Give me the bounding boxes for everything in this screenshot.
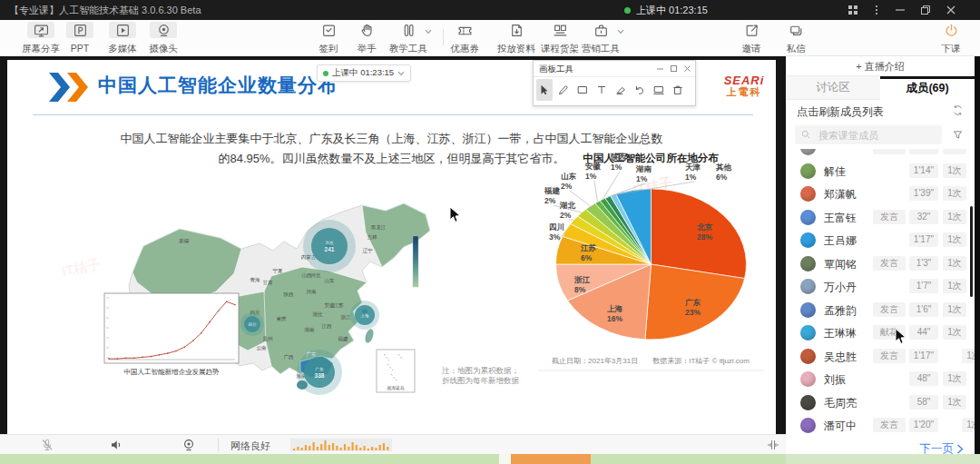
class-status-pill[interactable]: 上课中 01:23:15	[317, 64, 411, 82]
trend-inset-chart	[104, 293, 239, 363]
member-count-badge: 1次	[943, 232, 966, 247]
next-page-button[interactable]: 下一页	[920, 441, 965, 454]
toolbar-item-marketing[interactable]: 营销工具	[575, 22, 626, 54]
member-count-badge: 1次	[943, 210, 966, 224]
taskbar-segment	[786, 454, 980, 464]
toolbar-item-camera[interactable]: 摄像头	[138, 22, 189, 54]
close-button[interactable]	[940, 0, 962, 20]
member-count-badge: 1次	[943, 371, 966, 386]
speaker-icon[interactable]	[109, 438, 123, 452]
member-time-badge: 1'7"	[909, 279, 938, 293]
avatar	[800, 349, 816, 364]
member-name: 郑潇帆	[824, 187, 857, 202]
member-time-badge: 1'39"	[909, 186, 938, 201]
member-row[interactable]: 吴忠胜发言1'17"1次	[786, 345, 975, 368]
member-count-badge: 1次	[943, 302, 966, 317]
avatar	[800, 371, 816, 387]
panel-close-icon[interactable]	[681, 63, 693, 74]
member-name: 万小丹	[824, 280, 857, 295]
minimize-button[interactable]	[889, 0, 911, 20]
logo-line2: 上電科	[717, 86, 771, 98]
scrollbar-thumb[interactable]	[970, 206, 973, 297]
tab-discussion[interactable]: 讨论区	[786, 76, 880, 100]
layout-grid-icon[interactable]	[842, 0, 864, 20]
toolbar-item-classend[interactable]: 下课	[926, 22, 976, 54]
member-count-badge: 1次	[943, 186, 966, 201]
panel-minimize-icon[interactable]	[653, 63, 666, 74]
member-row[interactable]: 孟雅韵发言1'6"1次	[786, 299, 975, 321]
avatar	[800, 210, 816, 225]
trend-point	[108, 358, 110, 360]
member-row[interactable]: 解佳1'14"1次	[786, 160, 975, 183]
material-icon	[506, 22, 526, 38]
member-count-badge	[943, 149, 966, 154]
pie-slice-label: 其他6%	[715, 163, 732, 182]
avatar	[800, 418, 816, 433]
member-row[interactable]: 刘振48"1次	[786, 368, 975, 390]
board-tool-select-icon[interactable]	[536, 79, 553, 101]
trend-point	[226, 301, 228, 302]
seari-logo: SEARi 上電科	[717, 74, 771, 98]
avatar	[800, 149, 816, 155]
member-row[interactable]: 王琳琳献花44"1次	[786, 321, 975, 344]
board-tools-titlebar: 画板工具	[534, 61, 695, 77]
member-count-badge: 1次	[943, 279, 966, 293]
webcam-icon[interactable]	[181, 438, 196, 452]
refresh-icon[interactable]	[952, 104, 964, 116]
classend-icon	[941, 22, 961, 38]
refresh-members-row[interactable]: 点击刷新成员列表	[786, 100, 975, 122]
province-label: 河北	[311, 272, 322, 279]
member-row[interactable]: 毛周亮58"1次	[786, 391, 975, 414]
trend-point	[167, 352, 169, 354]
collapse-toolbar-icon[interactable]	[766, 438, 780, 452]
search-icon	[800, 129, 811, 140]
member-row[interactable]: 王富钰发言32"1次	[786, 206, 975, 229]
filter-icon[interactable]	[952, 129, 964, 141]
chevron-right-icon	[956, 444, 964, 454]
chevron-down-icon	[617, 29, 624, 35]
teach-icon	[398, 22, 418, 38]
toolbar-item-label: 营销工具	[575, 43, 626, 55]
board-tool-pen-icon[interactable]	[555, 79, 572, 101]
microphone-muted-icon[interactable]	[40, 438, 54, 452]
avatar	[800, 232, 816, 248]
member-action-badge: 献花	[873, 325, 906, 340]
search-input[interactable]	[795, 125, 942, 144]
member-row[interactable]: 潘可中发言1'20"1次	[786, 414, 975, 437]
live-intro-button[interactable]: + 直播介绍	[786, 56, 975, 76]
restore-button[interactable]	[915, 0, 936, 20]
slide-title: 中国人工智能企业数量分布	[98, 73, 338, 98]
member-time-badge: 1'20"	[909, 418, 938, 432]
member-row[interactable]	[786, 149, 975, 159]
map-bubble-label: 四川	[249, 322, 257, 327]
panel-restore-icon[interactable]	[667, 63, 680, 74]
tab-members[interactable]: 成员(69)	[880, 76, 975, 100]
toolbar-item-message[interactable]: 私信	[770, 22, 821, 54]
member-time-badge: 48"	[909, 371, 938, 386]
pie-slice-label: 广东23%	[684, 298, 701, 317]
member-row[interactable]: 万小丹1'7"1次	[786, 275, 975, 298]
board-tool-rect-icon[interactable]	[574, 79, 591, 101]
board-tool-text-icon[interactable]	[593, 79, 610, 101]
board-tool-trash-icon[interactable]	[670, 79, 686, 101]
map-note-line: 折线图为每年新增数据	[442, 376, 519, 386]
trend-point	[142, 357, 143, 359]
board-tools-panel[interactable]: 画板工具	[533, 60, 696, 106]
more-menu-icon[interactable]	[866, 0, 887, 20]
member-row[interactable]: 覃闻铭发言1'3"1次	[786, 252, 975, 275]
pie-leader-line	[594, 181, 598, 202]
member-row[interactable]: 王吕娜1'17"1次	[786, 229, 975, 252]
china-map-chart: 新疆黑龙江吉林辽宁内蒙古宁夏青海甘肃山西河北陕西河南山东安徽江苏四川重庆湖北浙江…	[93, 196, 461, 419]
board-tool-undo-icon[interactable]	[632, 79, 648, 101]
toolbar-item-coupon[interactable]: 优惠券	[439, 22, 490, 54]
trend-point	[133, 358, 135, 360]
member-row[interactable]: 郑潇帆1'39"1次	[786, 183, 975, 205]
board-tool-eraser-icon[interactable]	[612, 79, 629, 101]
toolbar-item-teach[interactable]: 教学工具	[383, 22, 434, 54]
province-label: 贵州	[263, 336, 274, 341]
board-tool-screen-icon[interactable]	[651, 79, 667, 101]
board-tools-title: 画板工具	[539, 64, 573, 75]
member-action-badge: 发言	[873, 418, 906, 432]
toolbar-item-invite[interactable]: 邀请	[726, 22, 777, 54]
region-taiwan	[364, 328, 376, 344]
